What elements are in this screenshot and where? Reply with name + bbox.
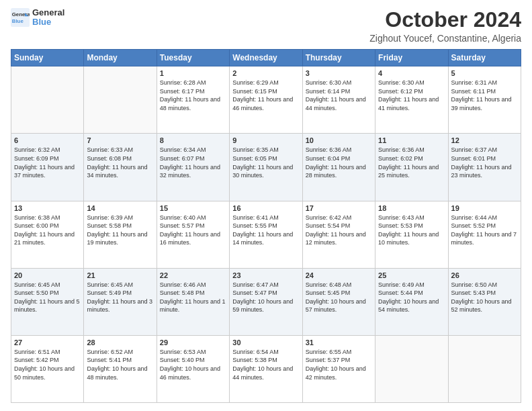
day-info: Sunrise: 6:38 AMSunset: 6:00 PMDaylight:… <box>14 214 81 247</box>
day-number: 2 <box>232 69 299 77</box>
calendar-cell: 1Sunrise: 6:28 AMSunset: 6:17 PMDaylight… <box>157 66 229 134</box>
calendar-week-5: 27Sunrise: 6:51 AMSunset: 5:42 PMDayligh… <box>11 335 521 402</box>
day-info: Sunrise: 6:43 AMSunset: 5:53 PMDaylight:… <box>378 214 445 247</box>
day-number: 22 <box>160 271 226 279</box>
day-number: 6 <box>14 136 81 144</box>
day-number: 20 <box>14 271 81 279</box>
day-info: Sunrise: 6:41 AMSunset: 5:55 PMDaylight:… <box>232 214 299 247</box>
day-info: Sunrise: 6:36 AMSunset: 6:04 PMDaylight:… <box>306 146 372 179</box>
day-number: 28 <box>87 338 153 347</box>
day-info: Sunrise: 6:39 AMSunset: 5:58 PMDaylight:… <box>87 214 153 247</box>
day-info: Sunrise: 6:32 AMSunset: 6:09 PMDaylight:… <box>14 146 81 179</box>
day-number: 8 <box>160 136 226 144</box>
day-number: 12 <box>451 136 518 144</box>
day-number: 14 <box>87 204 153 212</box>
calendar-cell: 15Sunrise: 6:40 AMSunset: 5:57 PMDayligh… <box>157 201 229 268</box>
day-info: Sunrise: 6:49 AMSunset: 5:44 PMDaylight:… <box>378 281 445 314</box>
calendar-cell: 17Sunrise: 6:42 AMSunset: 5:54 PMDayligh… <box>302 201 375 268</box>
day-info: Sunrise: 6:36 AMSunset: 6:02 PMDaylight:… <box>378 146 445 179</box>
calendar-cell: 16Sunrise: 6:41 AMSunset: 5:55 PMDayligh… <box>230 201 302 268</box>
calendar-header-thursday: Thursday <box>302 50 375 66</box>
logo-line2: Blue <box>32 17 64 27</box>
day-info: Sunrise: 6:35 AMSunset: 6:05 PMDaylight:… <box>232 146 299 179</box>
calendar-cell: 3Sunrise: 6:30 AMSunset: 6:14 PMDaylight… <box>302 66 375 134</box>
calendar-cell: 19Sunrise: 6:44 AMSunset: 5:52 PMDayligh… <box>448 201 521 268</box>
calendar-cell: 18Sunrise: 6:43 AMSunset: 5:53 PMDayligh… <box>375 201 448 268</box>
day-number: 26 <box>451 271 518 279</box>
day-info: Sunrise: 6:34 AMSunset: 6:07 PMDaylight:… <box>160 146 226 179</box>
svg-text:Blue: Blue <box>12 18 24 24</box>
calendar-cell <box>448 335 521 402</box>
calendar-cell: 7Sunrise: 6:33 AMSunset: 6:08 PMDaylight… <box>84 134 157 201</box>
calendar-cell: 22Sunrise: 6:46 AMSunset: 5:48 PMDayligh… <box>157 268 229 335</box>
calendar-cell: 12Sunrise: 6:37 AMSunset: 6:01 PMDayligh… <box>448 134 521 201</box>
calendar-cell: 20Sunrise: 6:45 AMSunset: 5:50 PMDayligh… <box>11 268 84 335</box>
calendar-cell: 2Sunrise: 6:29 AMSunset: 6:15 PMDaylight… <box>230 66 302 134</box>
day-number: 29 <box>160 338 226 347</box>
day-number: 3 <box>306 69 372 77</box>
day-number: 27 <box>14 338 81 347</box>
calendar-cell: 6Sunrise: 6:32 AMSunset: 6:09 PMDaylight… <box>11 134 84 201</box>
day-info: Sunrise: 6:45 AMSunset: 5:50 PMDaylight:… <box>14 281 81 314</box>
header: General Blue General Blue October 2024 Z… <box>11 8 521 44</box>
logo-line1: General <box>32 8 64 17</box>
calendar-header-wednesday: Wednesday <box>230 50 302 66</box>
day-info: Sunrise: 6:31 AMSunset: 6:11 PMDaylight:… <box>451 79 518 112</box>
calendar-cell: 27Sunrise: 6:51 AMSunset: 5:42 PMDayligh… <box>11 335 84 402</box>
day-info: Sunrise: 6:40 AMSunset: 5:57 PMDaylight:… <box>160 214 226 247</box>
day-number: 11 <box>378 136 445 144</box>
calendar-cell: 31Sunrise: 6:55 AMSunset: 5:37 PMDayligh… <box>302 335 375 402</box>
day-info: Sunrise: 6:30 AMSunset: 6:12 PMDaylight:… <box>378 79 445 112</box>
calendar-table: SundayMondayTuesdayWednesdayThursdayFrid… <box>11 49 521 403</box>
calendar-cell: 29Sunrise: 6:53 AMSunset: 5:40 PMDayligh… <box>157 335 229 402</box>
day-number: 30 <box>232 338 299 347</box>
calendar-cell <box>375 335 448 402</box>
day-info: Sunrise: 6:42 AMSunset: 5:54 PMDaylight:… <box>306 214 372 247</box>
day-info: Sunrise: 6:37 AMSunset: 6:01 PMDaylight:… <box>451 146 518 179</box>
day-number: 18 <box>378 204 445 212</box>
day-info: Sunrise: 6:52 AMSunset: 5:41 PMDaylight:… <box>87 348 153 381</box>
page: General Blue General Blue October 2024 Z… <box>0 0 532 411</box>
day-number: 23 <box>232 271 299 279</box>
day-info: Sunrise: 6:47 AMSunset: 5:47 PMDaylight:… <box>232 281 299 314</box>
day-info: Sunrise: 6:45 AMSunset: 5:49 PMDaylight:… <box>87 281 153 314</box>
logo-text: General Blue <box>32 8 64 28</box>
calendar-cell: 21Sunrise: 6:45 AMSunset: 5:49 PMDayligh… <box>84 268 157 335</box>
day-number: 13 <box>14 204 81 212</box>
calendar-cell: 24Sunrise: 6:48 AMSunset: 5:45 PMDayligh… <box>302 268 375 335</box>
location: Zighout Youcef, Constantine, Algeria <box>369 33 521 44</box>
logo-icon: General Blue <box>11 8 30 27</box>
day-info: Sunrise: 6:51 AMSunset: 5:42 PMDaylight:… <box>14 348 81 381</box>
calendar-header-row: SundayMondayTuesdayWednesdayThursdayFrid… <box>11 50 521 66</box>
day-info: Sunrise: 6:55 AMSunset: 5:37 PMDaylight:… <box>306 348 372 381</box>
day-number: 21 <box>87 271 153 279</box>
day-number: 19 <box>451 204 518 212</box>
calendar-cell: 25Sunrise: 6:49 AMSunset: 5:44 PMDayligh… <box>375 268 448 335</box>
calendar-cell <box>84 66 157 134</box>
day-number: 10 <box>306 136 372 144</box>
calendar-cell: 23Sunrise: 6:47 AMSunset: 5:47 PMDayligh… <box>230 268 302 335</box>
day-info: Sunrise: 6:30 AMSunset: 6:14 PMDaylight:… <box>306 79 372 112</box>
calendar-header-tuesday: Tuesday <box>157 50 229 66</box>
day-number: 24 <box>306 271 372 279</box>
calendar-header-friday: Friday <box>375 50 448 66</box>
day-number: 4 <box>378 69 445 77</box>
day-number: 17 <box>306 204 372 212</box>
calendar-cell: 4Sunrise: 6:30 AMSunset: 6:12 PMDaylight… <box>375 66 448 134</box>
day-info: Sunrise: 6:28 AMSunset: 6:17 PMDaylight:… <box>160 79 226 112</box>
calendar-week-2: 6Sunrise: 6:32 AMSunset: 6:09 PMDaylight… <box>11 134 521 201</box>
day-info: Sunrise: 6:53 AMSunset: 5:40 PMDaylight:… <box>160 348 226 381</box>
calendar-week-3: 13Sunrise: 6:38 AMSunset: 6:00 PMDayligh… <box>11 201 521 268</box>
calendar-cell: 14Sunrise: 6:39 AMSunset: 5:58 PMDayligh… <box>84 201 157 268</box>
day-info: Sunrise: 6:29 AMSunset: 6:15 PMDaylight:… <box>232 79 299 112</box>
calendar-cell <box>11 66 84 134</box>
calendar-cell: 13Sunrise: 6:38 AMSunset: 6:00 PMDayligh… <box>11 201 84 268</box>
calendar-header-saturday: Saturday <box>448 50 521 66</box>
calendar-header-sunday: Sunday <box>11 50 84 66</box>
day-number: 5 <box>451 69 518 77</box>
calendar-cell: 10Sunrise: 6:36 AMSunset: 6:04 PMDayligh… <box>302 134 375 201</box>
day-info: Sunrise: 6:50 AMSunset: 5:43 PMDaylight:… <box>451 281 518 314</box>
calendar-cell: 5Sunrise: 6:31 AMSunset: 6:11 PMDaylight… <box>448 66 521 134</box>
calendar-week-1: 1Sunrise: 6:28 AMSunset: 6:17 PMDaylight… <box>11 66 521 134</box>
month-title: October 2024 <box>369 8 521 32</box>
